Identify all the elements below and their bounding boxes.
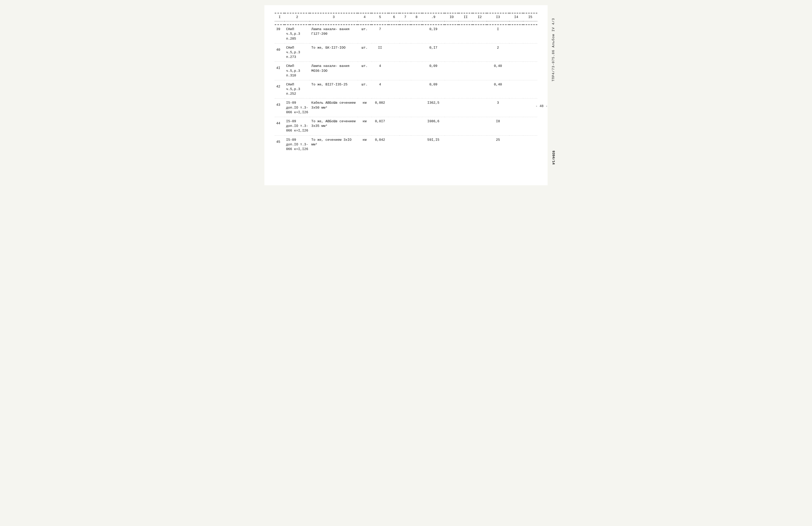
cell-2-10: [445, 43, 459, 62]
cell-2-2: СНиП ч.5,р.3 п.273: [285, 43, 310, 62]
cell-4-1: 42: [275, 80, 285, 99]
cell-3-3: Лампа накали- вания МО36-IOO: [310, 62, 357, 80]
cell-7-6: [389, 135, 400, 154]
cell-5-14: [509, 99, 523, 117]
cell-7-10: [445, 135, 459, 154]
cell-5-10: [445, 99, 459, 117]
cell-4-5: 4: [372, 80, 388, 99]
cell-5-15: [523, 99, 537, 117]
table-row: 40СНиП ч.5,р.3 п.273То же, БК-I27-IOOшт.…: [275, 43, 537, 62]
cell-5-2: I5-09 доп.IO т.3-066 к=I,I26: [285, 99, 310, 117]
cell-6-10: [445, 117, 459, 136]
cell-2-11: [459, 43, 473, 62]
cell-6-14: [509, 117, 523, 136]
cell-6-8: [411, 117, 422, 136]
cell-2-8: [411, 43, 422, 62]
cell-2-15: [523, 43, 537, 62]
cell-7-13: 25: [487, 135, 509, 154]
cell-7-3: То же, сечением 3хIO мм²: [310, 135, 357, 154]
cell-3-5: 4: [372, 62, 388, 80]
cell-2-9: 0,I7: [422, 43, 445, 62]
col-header-2: 2: [285, 13, 310, 21]
cell-6-5: 0,0I7: [372, 117, 388, 136]
col-header-11: II: [459, 13, 473, 21]
cell-5-3: Кабель АВБоШв сечением 3х50 мм²: [310, 99, 357, 117]
cell-3-9: 0,09: [422, 62, 445, 80]
cell-5-12: [473, 99, 487, 117]
cell-7-9: 59I,I5: [422, 135, 445, 154]
main-table: I 2 3 4 5 6 7 8 .9 IO II I2 I3 I4 I5 39С…: [275, 13, 537, 154]
col-header-3: 3: [310, 13, 357, 21]
cell-6-4: км: [358, 117, 372, 136]
cell-4-6: [389, 80, 400, 99]
cell-1-3: Лампа накали- вания Г127-200: [310, 25, 357, 43]
table-row: 43I5-09 доп.IO т.3-066 к=I,I26Кабель АВБ…: [275, 99, 537, 117]
cell-1-13: I: [487, 25, 509, 43]
col-header-10: IO: [445, 13, 459, 21]
table-header-row2: [275, 21, 537, 25]
col-header-12: I2: [473, 13, 487, 21]
cell-6-7: [400, 117, 411, 136]
cell-4-15: [523, 80, 537, 99]
cell-4-9: 0,09: [422, 80, 445, 99]
cell-3-8: [411, 62, 422, 80]
table-row: 4IСНиП ч.5,р.3 п.310Лампа накали- вания …: [275, 62, 537, 80]
cell-6-1: 44: [275, 117, 285, 136]
col-header-13: I3: [487, 13, 509, 21]
cell-7-14: [509, 135, 523, 154]
side-text-num: - 48 -: [536, 104, 548, 108]
cell-2-5: II: [372, 43, 388, 62]
col-header-9: .9: [422, 13, 445, 21]
cell-5-4: км: [358, 99, 372, 117]
cell-4-4: шт.: [358, 80, 372, 99]
cell-2-1: 40: [275, 43, 285, 62]
table-row: 45I5-09 доп.IO т.3-066 к=I,I26То же, сеч…: [275, 135, 537, 154]
cell-4-2: СНиП ч.5,р.3 п.252: [285, 80, 310, 99]
cell-1-7: [400, 25, 411, 43]
col-header-7: 7: [400, 13, 411, 21]
cell-2-14: [509, 43, 523, 62]
cell-4-3: То же, BI27-I35-25: [310, 80, 357, 99]
cell-7-15: [523, 135, 537, 154]
cell-5-9: I362,5: [422, 99, 445, 117]
cell-3-2: СНиП ч.5,р.3 п.310: [285, 62, 310, 80]
cell-3-12: [473, 62, 487, 80]
cell-4-13: 0,40: [487, 80, 509, 99]
cell-1-12: [473, 25, 487, 43]
cell-5-7: [400, 99, 411, 117]
cell-2-4: шт.: [358, 43, 372, 62]
cell-2-12: [473, 43, 487, 62]
col-header-14: I4: [509, 13, 523, 21]
col-header-8: 8: [411, 13, 422, 21]
table-header-row: I 2 3 4 5 6 7 8 .9 IO II I2 I3 I4 I5: [275, 13, 537, 21]
cell-6-6: [389, 117, 400, 136]
cell-1-2: СНиП ч.5,р.3 п.285: [285, 25, 310, 43]
cell-4-12: [473, 80, 487, 99]
cell-5-8: [411, 99, 422, 117]
col-header-1: I: [275, 13, 285, 21]
cell-6-15: [523, 117, 537, 136]
cell-6-12: [473, 117, 487, 136]
cell-3-13: 0,40: [487, 62, 509, 80]
cell-2-6: [389, 43, 400, 62]
cell-4-14: [509, 80, 523, 99]
cell-3-15: [523, 62, 537, 80]
cell-1-15: [523, 25, 537, 43]
cell-7-5: 0,042: [372, 135, 388, 154]
cell-6-2: I5-09 доп.IO т.3-066 к=I,I26: [285, 117, 310, 136]
cell-6-11: [459, 117, 473, 136]
cell-5-13: 3: [487, 99, 509, 117]
cell-5-1: 43: [275, 99, 285, 117]
col-header-4: 4: [358, 13, 372, 21]
cell-2-13: 2: [487, 43, 509, 62]
cell-2-3: То же, БК-I27-IOO: [310, 43, 357, 62]
col-header-15: I5: [523, 13, 537, 21]
cell-1-5: 7: [372, 25, 388, 43]
cell-6-13: I8: [487, 117, 509, 136]
cell-7-7: [400, 135, 411, 154]
cell-1-14: [509, 25, 523, 43]
cell-7-8: [411, 135, 422, 154]
cell-7-4: км: [358, 135, 372, 154]
cell-4-7: [400, 80, 411, 99]
cell-5-6: [389, 99, 400, 117]
